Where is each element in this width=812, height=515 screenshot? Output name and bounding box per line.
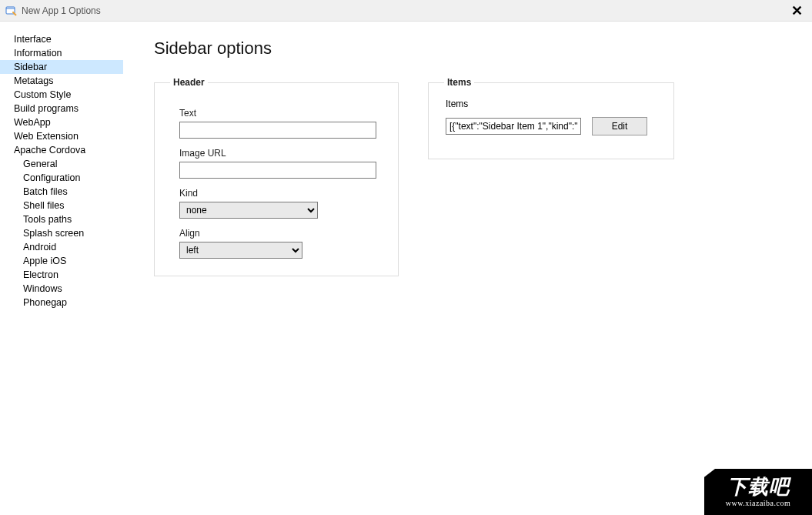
nav-sidebar: InterfaceInformationSidebarMetatagsCusto…: [0, 22, 123, 515]
watermark-text: 下载吧: [727, 477, 790, 497]
titlebar: New App 1 Options ✕: [0, 0, 812, 22]
app-icon: [5, 5, 17, 17]
sidebar-item-electron[interactable]: Electron: [0, 268, 123, 282]
image-url-input[interactable]: [179, 162, 376, 179]
sidebar-item-configuration[interactable]: Configuration: [0, 171, 123, 185]
sidebar-item-interface[interactable]: Interface: [0, 32, 123, 46]
items-input[interactable]: [446, 118, 581, 135]
sidebar-item-general[interactable]: General: [0, 157, 123, 171]
sidebar-item-metatags[interactable]: Metatags: [0, 74, 123, 88]
align-select[interactable]: left: [179, 242, 302, 259]
edit-button[interactable]: Edit: [592, 117, 647, 135]
items-label: Items: [446, 99, 658, 109]
sidebar-item-build-programs[interactable]: Build programs: [0, 102, 123, 115]
kind-label: Kind: [179, 188, 383, 199]
sidebar-item-android[interactable]: Android: [0, 240, 123, 254]
sidebar-item-sidebar[interactable]: Sidebar: [0, 60, 123, 74]
sidebar-item-shell-files[interactable]: Shell files: [0, 199, 123, 212]
sidebar-item-batch-files[interactable]: Batch files: [0, 185, 123, 199]
watermark: 下载吧 www.xiazaiba.com: [704, 469, 812, 515]
sidebar-item-apple-ios[interactable]: Apple iOS: [0, 254, 123, 268]
page-title: Sidebar options: [154, 38, 797, 59]
svg-point-1: [12, 12, 14, 13]
sidebar-item-splash-screen[interactable]: Splash screen: [0, 226, 123, 240]
header-group: Header Text Image URL Kind none Align: [154, 77, 399, 276]
sidebar-item-windows[interactable]: Windows: [0, 282, 123, 296]
text-label: Text: [179, 108, 383, 119]
image-url-label: Image URL: [179, 148, 383, 159]
close-icon[interactable]: ✕: [784, 0, 809, 22]
watermark-url: www.xiazaiba.com: [726, 499, 791, 507]
items-legend: Items: [444, 77, 474, 88]
sidebar-item-phonegap[interactable]: Phonegap: [0, 296, 123, 309]
kind-select[interactable]: none: [179, 202, 318, 219]
text-input[interactable]: [179, 122, 376, 139]
window-title: New App 1 Options: [22, 5, 101, 16]
sidebar-item-tools-paths[interactable]: Tools paths: [0, 212, 123, 226]
sidebar-item-information[interactable]: Information: [0, 46, 123, 60]
sidebar-item-web-extension[interactable]: Web Extension: [0, 129, 123, 143]
sidebar-item-apache-cordova[interactable]: Apache Cordova: [0, 143, 123, 157]
content-area: Sidebar options Header Text Image URL Ki…: [123, 22, 812, 515]
sidebar-item-webapp[interactable]: WebApp: [0, 115, 123, 129]
sidebar-item-custom-style[interactable]: Custom Style: [0, 88, 123, 102]
header-legend: Header: [170, 77, 208, 88]
align-label: Align: [179, 228, 383, 239]
items-group: Items Items Edit: [428, 77, 674, 159]
